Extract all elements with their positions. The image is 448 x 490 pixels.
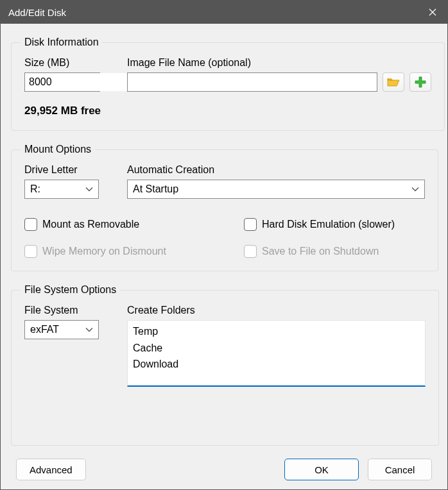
file-system-options-group: File System Options File System exFAT Cr… <box>11 284 439 446</box>
mount-options-group: Mount Options Drive Letter R: Automatic … <box>11 144 438 271</box>
file-system-options-legend: File System Options <box>21 284 120 296</box>
size-label: Size (MB) <box>24 57 114 69</box>
file-system-select[interactable]: exFAT <box>24 320 99 339</box>
chevron-down-icon <box>411 187 419 192</box>
wipe-memory-label: Wipe Memory on Dismount <box>42 246 166 257</box>
drive-letter-label: Drive Letter <box>24 164 114 176</box>
save-to-file-checkbox: Save to File on Shutdown <box>244 245 379 258</box>
close-icon <box>429 8 436 16</box>
advanced-button[interactable]: Advanced <box>16 459 86 480</box>
mount-options-legend: Mount Options <box>21 144 95 155</box>
size-spinner[interactable] <box>24 72 100 92</box>
checkbox-box <box>244 245 257 258</box>
add-button[interactable] <box>409 72 431 92</box>
chevron-down-icon <box>85 187 93 192</box>
ok-button[interactable]: OK <box>284 459 359 480</box>
close-button[interactable] <box>418 1 447 24</box>
hard-disk-emulation-label: Hard Disk Emulation (slower) <box>262 219 395 230</box>
browse-button[interactable] <box>383 72 404 92</box>
checkbox-box <box>244 218 257 231</box>
free-space-text: 29,952 MB free <box>24 105 431 117</box>
mount-as-removable-checkbox[interactable]: Mount as Removable <box>24 218 218 231</box>
chevron-down-icon <box>85 328 93 332</box>
checkbox-box <box>24 218 37 231</box>
plus-icon <box>415 76 426 88</box>
automatic-creation-value: At Startup <box>133 183 178 195</box>
image-file-label: Image File Name (optional) <box>127 57 431 69</box>
mount-as-removable-label: Mount as Removable <box>42 219 139 230</box>
wipe-memory-checkbox: Wipe Memory on Dismount <box>24 245 218 258</box>
file-system-value: exFAT <box>30 324 59 335</box>
folder-open-icon <box>387 77 400 87</box>
drive-letter-select[interactable]: R: <box>24 180 99 199</box>
cancel-button[interactable]: Cancel <box>368 459 432 480</box>
create-folders-label: Create Folders <box>127 305 426 316</box>
checkbox-box <box>24 245 37 258</box>
titlebar: Add/Edit Disk <box>1 1 447 24</box>
dialog-content: Disk Information Size (MB) <box>1 24 447 489</box>
button-row: Advanced OK Cancel <box>11 455 437 482</box>
image-file-input[interactable] <box>127 72 377 92</box>
create-folders-textarea[interactable] <box>127 320 426 387</box>
automatic-creation-select[interactable]: At Startup <box>127 180 425 199</box>
disk-information-legend: Disk Information <box>21 37 103 48</box>
dialog-window: Add/Edit Disk Disk Information Size (MB) <box>0 0 448 490</box>
drive-letter-value: R: <box>30 183 40 195</box>
hard-disk-emulation-checkbox[interactable]: Hard Disk Emulation (slower) <box>244 218 395 231</box>
window-title: Add/Edit Disk <box>8 7 418 18</box>
save-to-file-label: Save to File on Shutdown <box>262 246 379 257</box>
file-system-label: File System <box>24 305 114 316</box>
automatic-creation-label: Automatic Creation <box>127 164 425 176</box>
disk-information-group: Disk Information Size (MB) <box>11 37 445 131</box>
